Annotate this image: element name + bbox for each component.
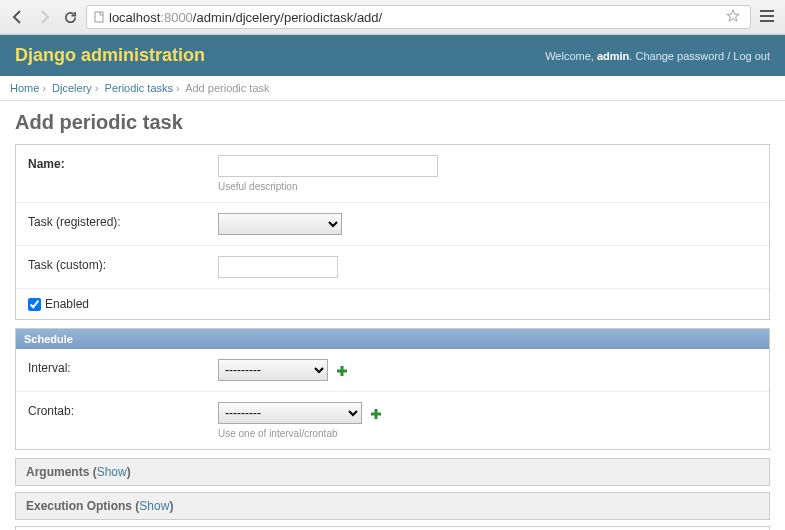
name-help: Useful description bbox=[218, 181, 757, 192]
row-task-registered: Task (registered): bbox=[16, 203, 769, 246]
welcome-text: Welcome, bbox=[545, 50, 594, 62]
breadcrumb-home[interactable]: Home bbox=[10, 82, 39, 94]
breadcrumb-current: Add periodic task bbox=[185, 82, 269, 94]
enabled-checkbox[interactable] bbox=[28, 298, 41, 311]
row-crontab: Crontab: --------- Use one of interval/c… bbox=[16, 392, 769, 449]
task-custom-label: Task (custom): bbox=[28, 256, 218, 272]
svg-rect-0 bbox=[95, 12, 103, 22]
crontab-select[interactable]: --------- bbox=[218, 402, 362, 424]
task-custom-input[interactable] bbox=[218, 256, 338, 278]
crontab-label: Crontab: bbox=[28, 402, 218, 418]
main-fieldset: Name: Useful description Task (registere… bbox=[15, 144, 770, 320]
logout-link[interactable]: Log out bbox=[733, 50, 770, 62]
url-bar[interactable]: localhost:8000/admin/djcelery/periodicta… bbox=[86, 5, 751, 29]
execution-options-fieldset: Execution Options (Show) bbox=[15, 492, 770, 520]
browser-toolbar: localhost:8000/admin/djcelery/periodicta… bbox=[0, 0, 785, 35]
username: admin bbox=[597, 50, 629, 62]
reload-button[interactable] bbox=[60, 7, 80, 27]
task-registered-select[interactable] bbox=[218, 213, 342, 235]
add-interval-icon[interactable] bbox=[335, 364, 349, 378]
row-interval: Interval: --------- bbox=[16, 349, 769, 392]
row-task-custom: Task (custom): bbox=[16, 246, 769, 289]
breadcrumb-app[interactable]: Djcelery bbox=[52, 82, 92, 94]
add-crontab-icon[interactable] bbox=[369, 407, 383, 421]
row-enabled: Enabled bbox=[16, 289, 769, 319]
submit-row bbox=[15, 526, 770, 530]
change-password-link[interactable]: Change password bbox=[635, 50, 724, 62]
task-registered-label: Task (registered): bbox=[28, 213, 218, 229]
page-icon bbox=[93, 11, 105, 23]
execution-options-show-link[interactable]: Show bbox=[139, 499, 169, 513]
url-host: localhost bbox=[109, 10, 160, 25]
interval-label: Interval: bbox=[28, 359, 218, 375]
url-port: :8000 bbox=[160, 10, 193, 25]
arguments-label: Arguments bbox=[26, 465, 89, 479]
bookmark-star-icon[interactable] bbox=[726, 9, 744, 26]
site-title: Django administration bbox=[15, 45, 205, 66]
schedule-header: Schedule bbox=[16, 329, 769, 349]
breadcrumb: Home› Djcelery› Periodic tasks› Add peri… bbox=[0, 76, 785, 101]
url-path: /admin/djcelery/periodictask/add/ bbox=[193, 10, 382, 25]
row-name: Name: Useful description bbox=[16, 145, 769, 203]
admin-header: Django administration Welcome, admin. Ch… bbox=[0, 35, 785, 76]
name-input[interactable] bbox=[218, 155, 438, 177]
execution-options-label: Execution Options bbox=[26, 499, 132, 513]
breadcrumb-model[interactable]: Periodic tasks bbox=[105, 82, 173, 94]
enabled-label: Enabled bbox=[45, 297, 89, 311]
content: Add periodic task Name: Useful descripti… bbox=[0, 101, 785, 530]
arguments-fieldset: Arguments (Show) bbox=[15, 458, 770, 486]
menu-icon[interactable] bbox=[757, 8, 777, 26]
user-tools: Welcome, admin. Change password / Log ou… bbox=[545, 50, 770, 62]
crontab-help: Use one of interval/crontab bbox=[218, 428, 757, 439]
back-button[interactable] bbox=[8, 7, 28, 27]
arguments-show-link[interactable]: Show bbox=[97, 465, 127, 479]
schedule-fieldset: Schedule Interval: --------- Crontab: --… bbox=[15, 328, 770, 450]
interval-select[interactable]: --------- bbox=[218, 359, 328, 381]
name-label: Name: bbox=[28, 155, 218, 171]
forward-button[interactable] bbox=[34, 7, 54, 27]
page-title: Add periodic task bbox=[15, 111, 770, 134]
